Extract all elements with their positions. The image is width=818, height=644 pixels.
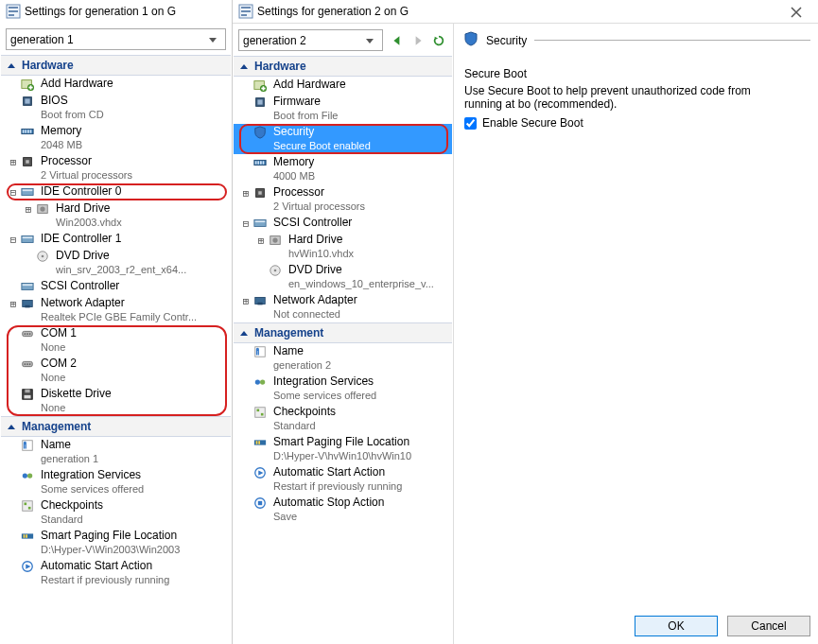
expander-icon[interactable]: ⊞ — [254, 233, 268, 248]
tree-item-label: Automatic Start Action — [41, 559, 169, 573]
settings-icon — [238, 4, 253, 19]
chevron-down-icon — [204, 35, 221, 44]
expander-icon — [239, 496, 252, 496]
tree-item-label: COM 2 — [41, 357, 77, 371]
expander-icon — [239, 465, 252, 466]
tree-item[interactable]: ⊞Network AdapterNot connected — [234, 292, 452, 322]
tree-item[interactable]: Add Hardware — [234, 77, 452, 94]
tree-item[interactable]: ⊞Hard DriveWin2003.vhdx — [1, 200, 231, 231]
tree-item-label: Diskette Drive — [41, 387, 112, 401]
vm-selector-value: generation 1 — [10, 33, 74, 46]
expander-icon — [239, 435, 252, 436]
section-label: Hardware — [254, 60, 306, 73]
tree-item[interactable]: Automatic Start ActionRestart if previou… — [1, 558, 231, 588]
settings-tree[interactable]: HardwareAdd HardwareBIOSBoot from CDMemo… — [0, 54, 232, 644]
tree-item[interactable]: Memory2048 MB — [1, 123, 231, 153]
nav-back-button[interactable] — [389, 32, 406, 49]
expander-icon — [239, 78, 252, 78]
window-title-bar: Settings for generation 1 on G — [0, 0, 232, 23]
tree-item-label: DVD Drive — [288, 263, 434, 277]
tree-item[interactable]: Diskette DriveNone — [1, 386, 231, 416]
tree-item-label: Automatic Start Action — [273, 465, 402, 479]
cpu-icon — [20, 154, 35, 169]
expander-icon[interactable]: ⊟ — [239, 216, 252, 231]
tree-item[interactable]: FirmwareBoot from File — [234, 94, 452, 124]
section-header[interactable]: Management — [1, 416, 231, 437]
ok-button[interactable]: OK — [635, 616, 718, 636]
com-icon — [20, 357, 35, 372]
section-header[interactable]: Hardware — [234, 56, 452, 77]
nic-icon — [20, 296, 35, 311]
expander-icon[interactable]: ⊞ — [239, 293, 252, 308]
section-header[interactable]: Hardware — [1, 55, 231, 76]
add-hardware-icon — [20, 77, 35, 92]
ide-icon — [20, 184, 35, 200]
settings-icon — [6, 4, 21, 19]
expander-icon — [239, 125, 252, 126]
expander-icon[interactable]: ⊞ — [7, 154, 20, 169]
tree-item-label: Checkpoints — [41, 498, 103, 513]
tree-item-label: Integration Services — [273, 374, 376, 389]
tree-item-label: DVD Drive — [56, 249, 186, 263]
tree-item[interactable]: ⊟IDE Controller 1 — [1, 231, 231, 248]
tree-item[interactable]: Integration ServicesSome services offere… — [1, 467, 231, 497]
tree-item-label: Add Hardware — [41, 77, 113, 91]
tree-item[interactable]: Namegeneration 2 — [234, 343, 452, 374]
settings-tree[interactable]: HardwareAdd HardwareFirmwareBoot from Fi… — [233, 55, 453, 644]
enable-secure-boot-checkbox[interactable]: Enable Secure Boot — [464, 116, 809, 130]
tree-item[interactable]: DVD Drivewin_srv_2003_r2_ent_x64... — [1, 248, 231, 278]
tree-item-sublabel: D:\Hyper-V\Win2003\Win2003 — [41, 543, 180, 557]
window-title-bar: Settings for generation 2 on G — [233, 0, 818, 23]
tree-item[interactable]: Smart Paging File LocationD:\Hyper-V\hvW… — [234, 434, 452, 464]
tree-item-sublabel: Secure Boot enabled — [273, 139, 371, 153]
tree-item[interactable]: Namegeneration 1 — [1, 437, 231, 467]
tree-item[interactable]: DVD Driveen_windows_10_enterprise_v... — [234, 262, 452, 292]
nav-forward-button[interactable] — [409, 32, 426, 49]
vm-selector[interactable]: generation 2 — [238, 29, 383, 51]
expander-icon[interactable]: ⊞ — [239, 185, 252, 200]
tree-item-label: IDE Controller 1 — [41, 232, 121, 246]
vm-selector[interactable]: generation 1 — [6, 28, 226, 50]
tree-item[interactable]: CheckpointsStandard — [1, 497, 231, 528]
tree-item[interactable]: ⊟SCSI Controller — [234, 215, 452, 232]
tree-item[interactable]: ⊞Network AdapterRealtek PCIe GBE Family … — [1, 295, 231, 325]
close-button[interactable] — [780, 4, 812, 21]
expander-icon — [254, 263, 268, 264]
tree-item[interactable]: Automatic Stop ActionSave — [234, 495, 452, 525]
tree-item[interactable]: COM 2None — [1, 356, 231, 386]
window-title: Settings for generation 2 on G — [257, 5, 409, 18]
tree-item[interactable]: CheckpointsStandard — [234, 404, 452, 434]
tree-item[interactable]: ⊞Processor2 Virtual processors — [1, 153, 231, 183]
expander-icon[interactable]: ⊞ — [22, 201, 35, 217]
name-icon — [20, 438, 35, 453]
tree-item-sublabel: Some services offered — [41, 482, 144, 496]
tree-item[interactable]: ⊞Hard DrivehvWin10.vhdx — [234, 232, 452, 262]
cancel-button[interactable]: Cancel — [727, 616, 810, 636]
expander-icon — [239, 95, 252, 96]
tree-item[interactable]: Memory4000 MB — [234, 154, 452, 184]
tree-item[interactable]: ⊞Processor2 Virtual processors — [234, 184, 452, 215]
integration-icon — [252, 374, 268, 390]
tree-item[interactable]: Smart Paging File LocationD:\Hyper-V\Win… — [1, 528, 231, 558]
tree-item[interactable]: SecuritySecure Boot enabled — [234, 124, 452, 154]
tree-item-label: Security — [273, 125, 371, 139]
tree-item-sublabel: Not connected — [273, 307, 357, 322]
tree-item[interactable]: COM 1None — [1, 325, 231, 356]
tree-item[interactable]: Automatic Start ActionRestart if previou… — [234, 464, 452, 495]
expander-icon[interactable]: ⊞ — [7, 296, 20, 311]
tree-item-sublabel: None — [41, 401, 112, 415]
expander-icon[interactable]: ⊟ — [7, 184, 20, 200]
tree-item-sublabel: Standard — [273, 419, 336, 433]
tree-item-label: Hard Drive — [288, 233, 354, 247]
tree-item[interactable]: Add Hardware — [1, 76, 231, 93]
checkbox-input[interactable] — [464, 117, 477, 130]
section-header[interactable]: Management — [234, 322, 452, 343]
refresh-button[interactable] — [430, 32, 447, 49]
tree-item[interactable]: SCSI Controller — [1, 278, 231, 295]
tree-item-sublabel: en_windows_10_enterprise_v... — [288, 277, 434, 291]
tree-item-sublabel: None — [41, 340, 77, 355]
tree-item[interactable]: Integration ServicesSome services offere… — [234, 374, 452, 404]
tree-item[interactable]: BIOSBoot from CD — [1, 93, 231, 123]
expander-icon[interactable]: ⊟ — [7, 232, 20, 247]
tree-item[interactable]: ⊟IDE Controller 0 — [1, 183, 231, 200]
